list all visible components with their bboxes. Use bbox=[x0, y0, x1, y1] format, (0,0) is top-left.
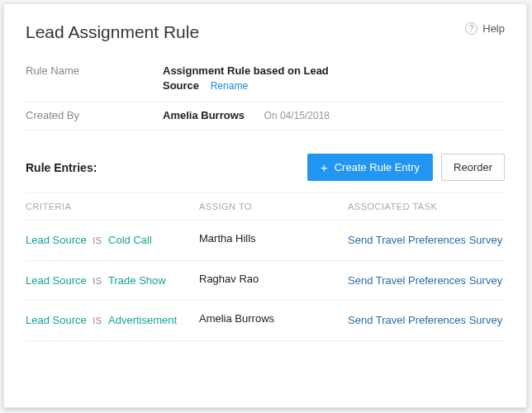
criteria-cell: Lead Source IS Trade Show bbox=[26, 273, 199, 287]
criteria-value[interactable]: Advertisement bbox=[108, 314, 177, 326]
task-link[interactable]: Send Travel Preferences Survey bbox=[348, 273, 505, 289]
criteria-op: IS bbox=[93, 235, 102, 245]
created-by-row: Created By Amelia Burrows On 04/15/2018 bbox=[26, 102, 505, 131]
criteria-cell: Lead Source IS Advertisement bbox=[26, 312, 199, 327]
task-link[interactable]: Send Travel Preferences Survey bbox=[348, 312, 505, 329]
rule-name-label: Rule Name bbox=[26, 64, 163, 77]
help-icon: ? bbox=[465, 22, 477, 35]
created-by-value: Amelia Burrows bbox=[163, 109, 245, 121]
rule-name-row: Rule Name Assignment Rule based on Lead … bbox=[26, 57, 505, 102]
criteria-op: IS bbox=[93, 276, 102, 286]
table-row: Lead Source IS Cold Call Martha Hills Se… bbox=[26, 221, 505, 261]
page-card: Lead Assignment Rule ? Help Rule Name As… bbox=[3, 3, 527, 408]
assignee-cell: Martha Hills bbox=[199, 232, 348, 244]
entries-toolbar: Rule Entries: + Create Rule Entry Reorde… bbox=[26, 154, 505, 181]
criteria-field[interactable]: Lead Source bbox=[26, 314, 87, 326]
task-link[interactable]: Send Travel Preferences Survey bbox=[348, 232, 505, 249]
page-title: Lead Assignment Rule bbox=[26, 22, 199, 42]
col-associated-task: ASSOCIATED TASK bbox=[348, 202, 505, 211]
rename-link[interactable]: Rename bbox=[211, 80, 248, 92]
criteria-field[interactable]: Lead Source bbox=[26, 234, 87, 246]
created-by-label: Created By bbox=[26, 109, 163, 121]
create-rule-entry-label: Create Rule Entry bbox=[335, 161, 420, 173]
reorder-button[interactable]: Reorder bbox=[441, 154, 505, 181]
create-rule-entry-button[interactable]: + Create Rule Entry bbox=[307, 154, 433, 181]
help-label: Help bbox=[482, 22, 505, 35]
col-criteria: CRITERIA bbox=[26, 202, 199, 211]
page-header: Lead Assignment Rule ? Help bbox=[26, 22, 505, 42]
plus-icon: + bbox=[321, 161, 328, 173]
help-link[interactable]: ? Help bbox=[465, 22, 505, 35]
col-assign-to: ASSIGN TO bbox=[199, 202, 348, 211]
assignee-cell: Raghav Rao bbox=[199, 273, 348, 285]
created-on: On 04/15/2018 bbox=[264, 110, 330, 121]
table-row: Lead Source IS Advertisement Amelia Burr… bbox=[26, 301, 505, 341]
rule-entries-table: CRITERIA ASSIGN TO ASSOCIATED TASK Lead … bbox=[26, 192, 505, 341]
entries-section-label: Rule Entries: bbox=[26, 161, 307, 174]
table-row: Lead Source IS Trade Show Raghav Rao Sen… bbox=[26, 261, 505, 301]
criteria-value[interactable]: Trade Show bbox=[108, 274, 166, 287]
criteria-value[interactable]: Cold Call bbox=[108, 234, 152, 246]
rule-name-value: Assignment Rule based on Lead Source Ren… bbox=[163, 64, 344, 93]
criteria-field[interactable]: Lead Source bbox=[26, 274, 87, 287]
table-header: CRITERIA ASSIGN TO ASSOCIATED TASK bbox=[26, 192, 505, 221]
criteria-cell: Lead Source IS Cold Call bbox=[26, 232, 199, 247]
criteria-op: IS bbox=[93, 316, 102, 325]
assignee-cell: Amelia Burrows bbox=[199, 312, 348, 325]
